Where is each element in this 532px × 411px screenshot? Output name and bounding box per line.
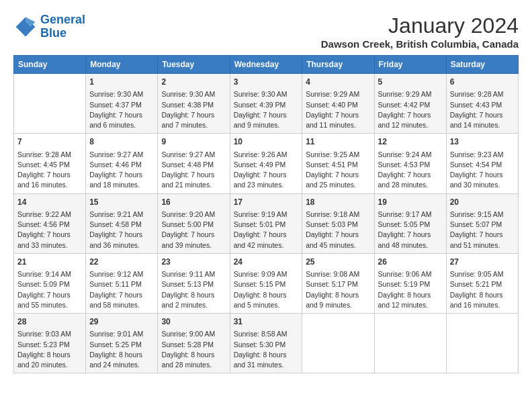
calendar-cell: 23Sunrise: 9:11 AMSunset: 5:13 PMDayligh… [158, 253, 230, 313]
day-info: Sunrise: 9:21 AMSunset: 4:58 PMDaylight:… [89, 210, 154, 250]
calendar-week-5: 28Sunrise: 9:03 AMSunset: 5:23 PMDayligh… [14, 314, 519, 373]
calendar-cell: 27Sunrise: 9:05 AMSunset: 5:21 PMDayligh… [446, 253, 518, 313]
day-info: Sunrise: 9:27 AMSunset: 4:46 PMDaylight:… [89, 150, 154, 191]
day-number: 7 [17, 136, 82, 148]
day-number: 17 [234, 197, 299, 208]
day-info: Sunrise: 9:03 AMSunset: 5:23 PMDaylight:… [17, 329, 82, 370]
day-header-thursday: Thursday [302, 56, 374, 74]
calendar-cell: 19Sunrise: 9:17 AMSunset: 5:05 PMDayligh… [374, 193, 446, 253]
day-info: Sunrise: 9:20 AMSunset: 5:00 PMDaylight:… [161, 210, 226, 250]
day-number: 19 [378, 197, 443, 208]
day-number: 3 [234, 77, 299, 88]
day-number: 22 [89, 257, 154, 268]
day-info: Sunrise: 9:29 AMSunset: 4:40 PMDaylight:… [306, 89, 370, 130]
calendar-week-1: 1Sunrise: 9:30 AMSunset: 4:37 PMDaylight… [14, 74, 519, 134]
calendar-cell: 1Sunrise: 9:30 AMSunset: 4:37 PMDaylight… [86, 74, 158, 134]
day-info: Sunrise: 9:25 AMSunset: 4:51 PMDaylight:… [306, 150, 370, 191]
day-info: Sunrise: 9:01 AMSunset: 5:25 PMDaylight:… [89, 329, 154, 370]
day-info: Sunrise: 9:29 AMSunset: 4:42 PMDaylight:… [378, 89, 443, 130]
day-number: 16 [161, 197, 226, 208]
day-number: 23 [161, 257, 226, 268]
day-number: 15 [89, 197, 154, 208]
day-info: Sunrise: 9:27 AMSunset: 4:48 PMDaylight:… [161, 150, 226, 191]
day-info: Sunrise: 9:26 AMSunset: 4:49 PMDaylight:… [234, 150, 299, 191]
day-info: Sunrise: 9:08 AMSunset: 5:17 PMDaylight:… [306, 269, 370, 310]
calendar-cell: 22Sunrise: 9:12 AMSunset: 5:11 PMDayligh… [86, 253, 158, 313]
calendar-cell: 21Sunrise: 9:14 AMSunset: 5:09 PMDayligh… [14, 253, 86, 313]
location: Dawson Creek, British Columbia, Canada [321, 38, 519, 50]
day-info: Sunrise: 9:30 AMSunset: 4:39 PMDaylight:… [234, 89, 299, 130]
calendar-cell: 24Sunrise: 9:09 AMSunset: 5:15 PMDayligh… [230, 253, 302, 313]
logo: General Blue [13, 13, 85, 40]
month-year: January 2024 [321, 13, 519, 38]
calendar-cell: 2Sunrise: 9:30 AMSunset: 4:38 PMDaylight… [158, 74, 230, 134]
logo-text: General Blue [40, 13, 85, 40]
calendar-cell: 4Sunrise: 9:29 AMSunset: 4:40 PMDaylight… [302, 74, 374, 134]
calendar-cell: 5Sunrise: 9:29 AMSunset: 4:42 PMDaylight… [374, 74, 446, 134]
calendar-cell: 16Sunrise: 9:20 AMSunset: 5:00 PMDayligh… [158, 193, 230, 253]
logo-line1: General [40, 13, 85, 26]
day-info: Sunrise: 9:09 AMSunset: 5:15 PMDaylight:… [234, 269, 299, 310]
day-header-wednesday: Wednesday [230, 56, 302, 74]
day-info: Sunrise: 9:12 AMSunset: 5:11 PMDaylight:… [89, 269, 154, 310]
calendar-table: SundayMondayTuesdayWednesdayThursdayFrid… [13, 55, 519, 373]
day-number: 1 [89, 77, 154, 88]
calendar-cell: 13Sunrise: 9:23 AMSunset: 4:54 PMDayligh… [446, 134, 518, 193]
logo-icon [13, 15, 38, 39]
day-number: 21 [17, 257, 82, 268]
day-info: Sunrise: 9:22 AMSunset: 4:56 PMDaylight:… [17, 210, 82, 250]
day-number: 25 [306, 257, 370, 268]
day-number: 29 [89, 316, 154, 328]
day-number: 26 [378, 257, 443, 268]
day-number: 18 [306, 197, 370, 208]
calendar-cell: 31Sunrise: 8:58 AMSunset: 5:30 PMDayligh… [230, 314, 302, 373]
day-info: Sunrise: 9:00 AMSunset: 5:28 PMDaylight:… [161, 329, 226, 370]
calendar-cell: 20Sunrise: 9:15 AMSunset: 5:07 PMDayligh… [446, 193, 518, 253]
day-number: 12 [378, 136, 443, 148]
day-header-sunday: Sunday [14, 56, 86, 74]
day-number: 28 [17, 316, 82, 328]
day-number: 11 [306, 136, 370, 148]
day-info: Sunrise: 9:18 AMSunset: 5:03 PMDaylight:… [306, 210, 370, 250]
calendar-cell: 18Sunrise: 9:18 AMSunset: 5:03 PMDayligh… [302, 193, 374, 253]
day-header-tuesday: Tuesday [158, 56, 230, 74]
day-info: Sunrise: 9:28 AMSunset: 4:43 PMDaylight:… [450, 89, 515, 130]
day-number: 20 [450, 197, 515, 208]
page-header: General Blue January 2024 Dawson Creek, … [13, 13, 519, 50]
day-info: Sunrise: 9:05 AMSunset: 5:21 PMDaylight:… [450, 269, 515, 310]
day-number: 30 [161, 316, 226, 328]
day-number: 13 [450, 136, 515, 148]
calendar-cell [302, 314, 374, 373]
day-header-monday: Monday [86, 56, 158, 74]
day-number: 27 [450, 257, 515, 268]
calendar-cell: 25Sunrise: 9:08 AMSunset: 5:17 PMDayligh… [302, 253, 374, 313]
day-info: Sunrise: 9:15 AMSunset: 5:07 PMDaylight:… [450, 210, 515, 250]
day-number: 24 [234, 257, 299, 268]
day-number: 6 [450, 77, 515, 88]
calendar-week-4: 21Sunrise: 9:14 AMSunset: 5:09 PMDayligh… [14, 253, 519, 313]
title-block: January 2024 Dawson Creek, British Colum… [321, 13, 519, 50]
day-number: 9 [161, 136, 226, 148]
day-number: 5 [378, 77, 443, 88]
day-info: Sunrise: 9:28 AMSunset: 4:45 PMDaylight:… [17, 150, 82, 191]
calendar-cell: 15Sunrise: 9:21 AMSunset: 4:58 PMDayligh… [86, 193, 158, 253]
calendar-cell: 7Sunrise: 9:28 AMSunset: 4:45 PMDaylight… [14, 134, 86, 193]
calendar-cell: 3Sunrise: 9:30 AMSunset: 4:39 PMDaylight… [230, 74, 302, 134]
calendar-week-2: 7Sunrise: 9:28 AMSunset: 4:45 PMDaylight… [14, 134, 519, 193]
calendar-cell: 14Sunrise: 9:22 AMSunset: 4:56 PMDayligh… [14, 193, 86, 253]
calendar-cell: 9Sunrise: 9:27 AMSunset: 4:48 PMDaylight… [158, 134, 230, 193]
calendar-cell: 8Sunrise: 9:27 AMSunset: 4:46 PMDaylight… [86, 134, 158, 193]
calendar-cell: 6Sunrise: 9:28 AMSunset: 4:43 PMDaylight… [446, 74, 518, 134]
day-number: 31 [234, 316, 299, 328]
day-number: 8 [89, 136, 154, 148]
calendar-cell: 10Sunrise: 9:26 AMSunset: 4:49 PMDayligh… [230, 134, 302, 193]
day-header-friday: Friday [374, 56, 446, 74]
day-info: Sunrise: 9:30 AMSunset: 4:38 PMDaylight:… [161, 89, 226, 130]
calendar-cell [374, 314, 446, 373]
day-number: 2 [161, 77, 226, 88]
day-info: Sunrise: 9:23 AMSunset: 4:54 PMDaylight:… [450, 150, 515, 191]
day-number: 4 [306, 77, 370, 88]
day-info: Sunrise: 9:06 AMSunset: 5:19 PMDaylight:… [378, 269, 443, 310]
day-info: Sunrise: 8:58 AMSunset: 5:30 PMDaylight:… [234, 329, 299, 370]
calendar-cell [446, 314, 518, 373]
